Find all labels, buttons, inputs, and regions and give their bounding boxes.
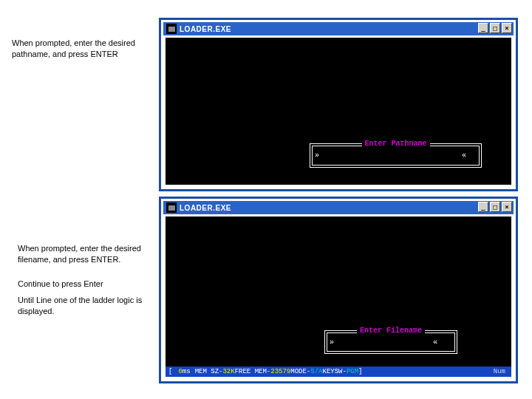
filename-input[interactable] [337, 338, 411, 347]
minimize-button[interactable]: _ [478, 202, 488, 212]
quote-right-icon: « [462, 151, 466, 160]
instruction-until-line-one: Until Line one of the ladder logic is di… [18, 295, 158, 317]
prompt-title: Enter Pathname [361, 140, 429, 148]
titlebar[interactable]: LOADER.EXE _ □ × [163, 22, 514, 35]
prompt-title: Enter Filename [357, 327, 425, 335]
status-freemem-value: 23579 [270, 368, 290, 375]
instruction-enter-filename: When prompted, enter the desired filenam… [18, 243, 143, 265]
loader-window-filename: LOADER.EXE _ □ × Enter Filename » « [ 0 … [159, 197, 518, 383]
minimize-button[interactable]: _ [478, 23, 488, 33]
quote-left-icon: » [330, 338, 334, 347]
instruction-continue-enter: Continue to press Enter [18, 279, 143, 290]
quote-left-icon: » [315, 151, 319, 160]
maximize-button[interactable]: □ [490, 202, 500, 212]
instruction-enter-pathname: When prompted, enter the desired pathnam… [12, 38, 145, 60]
app-icon [166, 24, 177, 34]
status-bracket-left: [ [168, 368, 172, 375]
window-title: LOADER.EXE [180, 204, 231, 212]
status-keysw-label: KEYSW- [322, 368, 346, 375]
enter-filename-dialog: Enter Filename » « [324, 330, 457, 354]
titlebar[interactable]: LOADER.EXE _ □ × [163, 201, 514, 214]
enter-pathname-dialog: Enter Pathname » « [310, 143, 482, 168]
status-ms-label: ms [183, 368, 191, 375]
maximize-button[interactable]: □ [490, 23, 500, 33]
app-icon [166, 202, 177, 213]
status-mode-value: S/A [310, 368, 322, 375]
terminal-area: Enter Filename » « [ 0 ms MEM SZ- 32K FR… [166, 216, 511, 377]
status-freemem-label: FREE MEM- [235, 368, 271, 375]
status-memsz-value: 32K [222, 368, 234, 375]
close-button[interactable]: × [502, 202, 512, 212]
status-bracket-right: ] [358, 368, 362, 375]
window-title: LOADER.EXE [180, 25, 231, 33]
status-memsz-label: MEM SZ- [195, 368, 223, 375]
status-bar: [ 0 ms MEM SZ- 32K FREE MEM- 23579 MODE-… [166, 366, 511, 377]
status-keysw-value: PGM [347, 368, 358, 375]
terminal-area: Enter Pathname » « [166, 38, 511, 185]
pathname-input[interactable] [322, 151, 459, 160]
loader-window-pathname: LOADER.EXE _ □ × Enter Pathname » « [159, 18, 518, 191]
close-button[interactable]: × [502, 23, 512, 33]
quote-right-icon: « [433, 338, 437, 347]
status-numlock: Num [494, 368, 505, 375]
status-mode-label: MODE- [290, 368, 310, 375]
